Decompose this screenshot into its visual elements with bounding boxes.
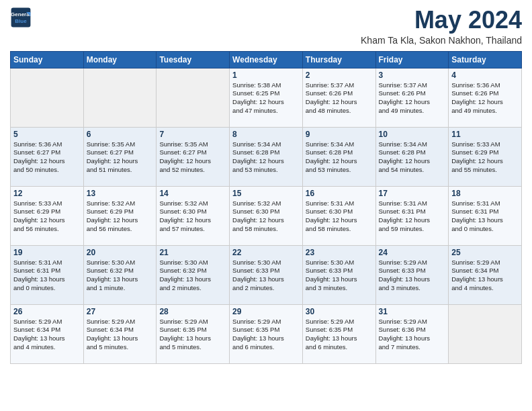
day-number: 26 xyxy=(13,307,81,316)
calendar-cell xyxy=(83,68,157,127)
day-info: Sunrise: 5:36 AM Sunset: 6:27 PM Dayligh… xyxy=(13,140,81,175)
calendar-cell: 6Sunrise: 5:35 AM Sunset: 6:27 PM Daylig… xyxy=(83,127,157,186)
day-info: Sunrise: 5:29 AM Sunset: 6:34 PM Dayligh… xyxy=(13,318,81,352)
day-info: Sunrise: 5:31 AM Sunset: 6:31 PM Dayligh… xyxy=(13,259,81,293)
day-number: 12 xyxy=(13,189,81,198)
header: General Blue May 2024 Kham Ta Kla, Sakon… xyxy=(10,7,522,46)
day-number: 6 xyxy=(87,130,154,139)
day-number: 3 xyxy=(379,71,446,80)
calendar-week-5: 26Sunrise: 5:29 AM Sunset: 6:34 PM Dayli… xyxy=(11,304,522,363)
day-number: 25 xyxy=(451,248,519,257)
day-header-wednesday: Wednesday xyxy=(230,51,303,68)
calendar-cell xyxy=(11,68,84,127)
day-info: Sunrise: 5:29 AM Sunset: 6:33 PM Dayligh… xyxy=(379,259,446,293)
day-number: 27 xyxy=(87,307,154,316)
day-number: 31 xyxy=(379,307,446,316)
day-info: Sunrise: 5:37 AM Sunset: 6:26 PM Dayligh… xyxy=(306,81,373,116)
calendar-week-2: 5Sunrise: 5:36 AM Sunset: 6:27 PM Daylig… xyxy=(11,127,522,186)
calendar-cell: 12Sunrise: 5:33 AM Sunset: 6:29 PM Dayli… xyxy=(11,186,84,245)
day-info: Sunrise: 5:30 AM Sunset: 6:32 PM Dayligh… xyxy=(159,259,226,293)
day-number: 4 xyxy=(451,71,519,80)
calendar-cell: 31Sunrise: 5:29 AM Sunset: 6:36 PM Dayli… xyxy=(375,304,449,363)
day-info: Sunrise: 5:29 AM Sunset: 6:35 PM Dayligh… xyxy=(232,318,300,352)
calendar-cell: 8Sunrise: 5:34 AM Sunset: 6:28 PM Daylig… xyxy=(230,127,303,186)
calendar-cell: 9Sunrise: 5:34 AM Sunset: 6:28 PM Daylig… xyxy=(302,127,375,186)
calendar: SundayMondayTuesdayWednesdayThursdayFrid… xyxy=(10,51,522,364)
day-info: Sunrise: 5:32 AM Sunset: 6:30 PM Dayligh… xyxy=(159,199,226,234)
calendar-cell: 13Sunrise: 5:32 AM Sunset: 6:29 PM Dayli… xyxy=(83,186,157,245)
calendar-week-3: 12Sunrise: 5:33 AM Sunset: 6:29 PM Dayli… xyxy=(11,186,522,245)
day-header-monday: Monday xyxy=(83,51,157,68)
month-title: May 2024 xyxy=(361,7,522,34)
day-number: 30 xyxy=(306,307,373,316)
calendar-cell xyxy=(157,68,230,127)
day-info: Sunrise: 5:33 AM Sunset: 6:29 PM Dayligh… xyxy=(451,140,519,175)
day-header-thursday: Thursday xyxy=(302,51,375,68)
calendar-week-4: 19Sunrise: 5:31 AM Sunset: 6:31 PM Dayli… xyxy=(11,245,522,304)
day-header-sunday: Sunday xyxy=(11,51,84,68)
calendar-cell: 22Sunrise: 5:30 AM Sunset: 6:33 PM Dayli… xyxy=(230,245,303,304)
calendar-cell: 25Sunrise: 5:29 AM Sunset: 6:34 PM Dayli… xyxy=(449,245,522,304)
calendar-cell: 24Sunrise: 5:29 AM Sunset: 6:33 PM Dayli… xyxy=(375,245,449,304)
day-number: 20 xyxy=(87,248,154,257)
calendar-week-1: 1Sunrise: 5:38 AM Sunset: 6:25 PM Daylig… xyxy=(11,68,522,127)
day-number: 24 xyxy=(379,248,446,257)
day-number: 11 xyxy=(451,130,519,139)
calendar-cell: 29Sunrise: 5:29 AM Sunset: 6:35 PM Dayli… xyxy=(230,304,303,363)
calendar-cell: 5Sunrise: 5:36 AM Sunset: 6:27 PM Daylig… xyxy=(11,127,84,186)
day-header-friday: Friday xyxy=(375,51,449,68)
day-info: Sunrise: 5:29 AM Sunset: 6:36 PM Dayligh… xyxy=(379,318,446,352)
day-info: Sunrise: 5:29 AM Sunset: 6:34 PM Dayligh… xyxy=(451,259,519,293)
day-number: 7 xyxy=(159,130,226,139)
svg-text:Blue: Blue xyxy=(15,18,27,24)
day-number: 19 xyxy=(13,248,81,257)
calendar-cell: 2Sunrise: 5:37 AM Sunset: 6:26 PM Daylig… xyxy=(302,68,375,127)
day-info: Sunrise: 5:30 AM Sunset: 6:33 PM Dayligh… xyxy=(306,259,373,293)
day-number: 2 xyxy=(306,71,373,80)
day-info: Sunrise: 5:35 AM Sunset: 6:27 PM Dayligh… xyxy=(159,140,226,175)
calendar-cell: 23Sunrise: 5:30 AM Sunset: 6:33 PM Dayli… xyxy=(302,245,375,304)
calendar-cell xyxy=(449,304,522,363)
day-info: Sunrise: 5:35 AM Sunset: 6:27 PM Dayligh… xyxy=(87,140,154,175)
calendar-cell: 18Sunrise: 5:31 AM Sunset: 6:31 PM Dayli… xyxy=(449,186,522,245)
day-info: Sunrise: 5:30 AM Sunset: 6:32 PM Dayligh… xyxy=(87,259,154,293)
calendar-header-row: SundayMondayTuesdayWednesdayThursdayFrid… xyxy=(11,51,522,68)
day-number: 21 xyxy=(159,248,226,257)
calendar-cell: 16Sunrise: 5:31 AM Sunset: 6:30 PM Dayli… xyxy=(302,186,375,245)
day-number: 28 xyxy=(159,307,226,316)
day-info: Sunrise: 5:32 AM Sunset: 6:29 PM Dayligh… xyxy=(87,199,154,234)
day-number: 16 xyxy=(306,189,373,198)
logo: General Blue xyxy=(10,7,32,28)
day-info: Sunrise: 5:30 AM Sunset: 6:33 PM Dayligh… xyxy=(232,259,300,293)
day-info: Sunrise: 5:29 AM Sunset: 6:35 PM Dayligh… xyxy=(159,318,226,352)
day-number: 29 xyxy=(232,307,300,316)
day-number: 9 xyxy=(306,130,373,139)
day-number: 18 xyxy=(451,189,519,198)
page: General Blue May 2024 Kham Ta Kla, Sakon… xyxy=(0,0,532,411)
day-number: 14 xyxy=(159,189,226,198)
calendar-cell: 11Sunrise: 5:33 AM Sunset: 6:29 PM Dayli… xyxy=(449,127,522,186)
title-block: May 2024 Kham Ta Kla, Sakon Nakhon, Thai… xyxy=(361,7,522,46)
calendar-cell: 1Sunrise: 5:38 AM Sunset: 6:25 PM Daylig… xyxy=(230,68,303,127)
day-info: Sunrise: 5:33 AM Sunset: 6:29 PM Dayligh… xyxy=(13,199,81,234)
calendar-cell: 3Sunrise: 5:37 AM Sunset: 6:26 PM Daylig… xyxy=(375,68,449,127)
calendar-cell: 4Sunrise: 5:36 AM Sunset: 6:26 PM Daylig… xyxy=(449,68,522,127)
logo-icon: General Blue xyxy=(10,7,32,28)
calendar-cell: 15Sunrise: 5:32 AM Sunset: 6:30 PM Dayli… xyxy=(230,186,303,245)
calendar-cell: 21Sunrise: 5:30 AM Sunset: 6:32 PM Dayli… xyxy=(157,245,230,304)
day-info: Sunrise: 5:34 AM Sunset: 6:28 PM Dayligh… xyxy=(379,140,446,175)
location: Kham Ta Kla, Sakon Nakhon, Thailand xyxy=(361,35,522,46)
day-number: 17 xyxy=(379,189,446,198)
day-info: Sunrise: 5:29 AM Sunset: 6:35 PM Dayligh… xyxy=(306,318,373,352)
day-info: Sunrise: 5:32 AM Sunset: 6:30 PM Dayligh… xyxy=(232,199,300,234)
day-number: 15 xyxy=(232,189,300,198)
day-number: 13 xyxy=(87,189,154,198)
day-info: Sunrise: 5:31 AM Sunset: 6:31 PM Dayligh… xyxy=(379,199,446,234)
calendar-cell: 26Sunrise: 5:29 AM Sunset: 6:34 PM Dayli… xyxy=(11,304,84,363)
day-info: Sunrise: 5:34 AM Sunset: 6:28 PM Dayligh… xyxy=(232,140,300,175)
day-number: 10 xyxy=(379,130,446,139)
calendar-cell: 27Sunrise: 5:29 AM Sunset: 6:34 PM Dayli… xyxy=(83,304,157,363)
day-info: Sunrise: 5:38 AM Sunset: 6:25 PM Dayligh… xyxy=(232,81,300,116)
calendar-cell: 20Sunrise: 5:30 AM Sunset: 6:32 PM Dayli… xyxy=(83,245,157,304)
day-info: Sunrise: 5:36 AM Sunset: 6:26 PM Dayligh… xyxy=(451,81,519,116)
